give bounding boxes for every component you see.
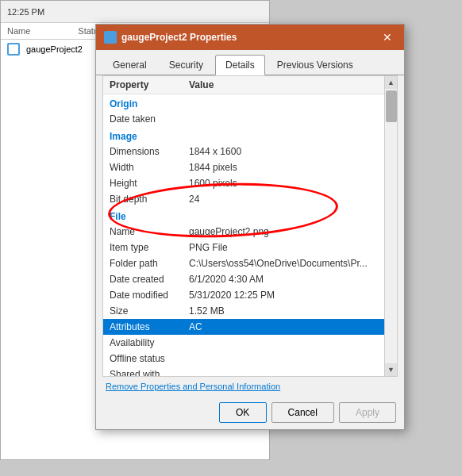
property-value-cell [183, 111, 384, 127]
tab-previous-versions[interactable]: Previous Versions [267, 55, 364, 75]
property-value-cell [183, 367, 384, 376]
property-name-cell: Folder path [103, 255, 183, 271]
titlebar-left: gaugeProject2 Properties [104, 31, 237, 44]
properties-table: Property Value OriginDate takenImageDime… [103, 76, 384, 376]
table-row: AttributesAC [103, 319, 384, 335]
property-value-cell: C:\Users\oss54\OneDrive\Documents\Pr... [183, 255, 384, 271]
table-row: Bit depth24 [103, 191, 384, 207]
property-name-cell: Dimensions [103, 144, 183, 159]
property-name-cell: Availability [103, 335, 183, 351]
section-header-cell: Origin [103, 94, 384, 112]
table-row: Dimensions1844 x 1600 [103, 144, 384, 159]
table-row: NamegaugeProject2.png [103, 224, 384, 240]
folder-icon [7, 43, 20, 56]
properties-content: Property Value OriginDate takenImageDime… [102, 75, 398, 377]
table-container: Property Value OriginDate takenImageDime… [103, 76, 384, 376]
cancel-button[interactable]: Cancel [271, 402, 334, 423]
property-name-cell: Bit depth [103, 191, 183, 207]
property-name-cell: Attributes [103, 319, 183, 335]
close-button[interactable]: ✕ [379, 29, 396, 46]
section-header-row: File [103, 207, 384, 224]
property-value-cell: 1.52 MB [183, 303, 384, 319]
table-row: Date taken [103, 111, 384, 127]
property-value-cell: gaugeProject2.png [183, 224, 384, 240]
property-name-cell: Date modified [103, 287, 183, 303]
dialog-buttons: OK Cancel Apply [96, 396, 404, 429]
section-header-row: Image [103, 127, 384, 144]
section-header-cell: File [103, 207, 384, 224]
tabs-container: General Security Details Previous Versio… [96, 50, 404, 75]
table-row: Shared with [103, 367, 384, 376]
property-name-cell: Date taken [103, 111, 183, 127]
tab-general[interactable]: General [102, 55, 157, 75]
property-value-cell: AC [183, 319, 384, 335]
property-value-cell: 1844 x 1600 [183, 144, 384, 159]
property-value-cell: 1844 pixels [183, 159, 384, 175]
col-value-header: Value [183, 76, 384, 94]
scrollbar[interactable]: ▲ ▼ [384, 76, 397, 376]
table-row: Offline status [103, 351, 384, 367]
ok-button[interactable]: OK [219, 402, 267, 423]
table-row: Item typePNG File [103, 240, 384, 255]
dialog-title: gaugeProject2 Properties [121, 32, 237, 43]
property-name-cell: Size [103, 303, 183, 319]
property-name-cell: Date created [103, 271, 183, 287]
col-property-header: Property [103, 76, 183, 94]
property-name-cell: Offline status [103, 351, 183, 367]
apply-button[interactable]: Apply [339, 402, 396, 423]
property-name-cell: Height [103, 175, 183, 191]
section-header-row: Origin [103, 94, 384, 112]
file-explorer-header: 12:25 PM [1, 1, 269, 23]
col-name: Name [7, 26, 30, 36]
remove-properties-link[interactable]: Remove Properties and Personal Informati… [96, 377, 404, 396]
fe-filename: gaugeProject2 [26, 44, 83, 54]
tab-security[interactable]: Security [159, 55, 214, 75]
properties-dialog: gaugeProject2 Properties ✕ General Secur… [95, 24, 405, 430]
fe-header-label: 12:25 PM [7, 7, 44, 17]
property-value-cell: 5/31/2020 12:25 PM [183, 287, 384, 303]
table-row: Size1.52 MB [103, 303, 384, 319]
property-name-cell: Name [103, 224, 183, 240]
tab-details[interactable]: Details [215, 55, 265, 75]
scroll-up-arrow[interactable]: ▲ [385, 76, 398, 89]
property-value-cell [183, 351, 384, 367]
table-row: Date created6/1/2020 4:30 AM [103, 271, 384, 287]
table-row: Availability [103, 335, 384, 351]
property-name-cell: Item type [103, 240, 183, 255]
table-row: Folder pathC:\Users\oss54\OneDrive\Docum… [103, 255, 384, 271]
property-value-cell: 24 [183, 191, 384, 207]
dialog-titlebar: gaugeProject2 Properties ✕ [96, 25, 404, 50]
property-value-cell: PNG File [183, 240, 384, 255]
desktop: 12:25 PM Name Status Date modified gauge… [0, 0, 462, 476]
table-row: Height1600 pixels [103, 175, 384, 191]
property-value-cell [183, 335, 384, 351]
section-header-cell: Image [103, 127, 384, 144]
property-name-cell: Shared with [103, 367, 183, 376]
property-name-cell: Width [103, 159, 183, 175]
scroll-thumb[interactable] [386, 90, 397, 122]
scroll-down-arrow[interactable]: ▼ [385, 363, 398, 376]
table-row: Width1844 pixels [103, 159, 384, 175]
table-row: Date modified5/31/2020 12:25 PM [103, 287, 384, 303]
dialog-title-icon [104, 31, 117, 44]
property-value-cell: 6/1/2020 4:30 AM [183, 271, 384, 287]
property-value-cell: 1600 pixels [183, 175, 384, 191]
